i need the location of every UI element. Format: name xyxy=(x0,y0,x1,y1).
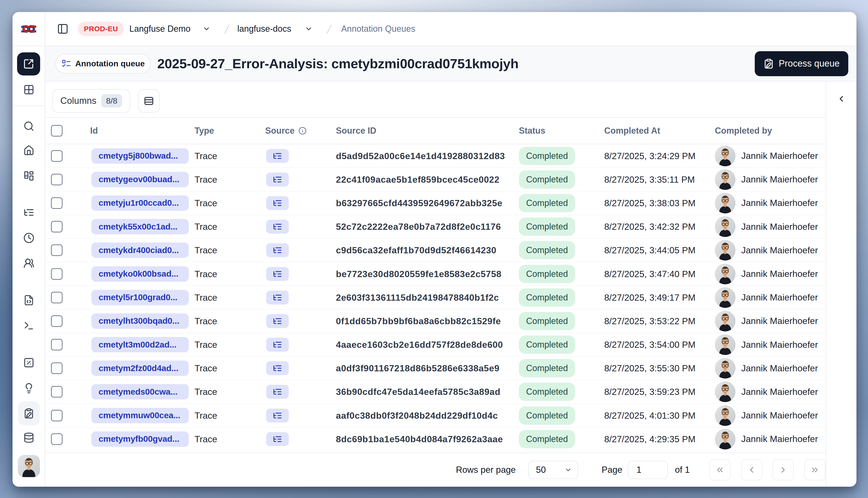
org-chevron-down-icon[interactable] xyxy=(203,25,210,33)
item-id-badge[interactable]: cmetykdr400ciad0... xyxy=(91,243,189,258)
source-trace-button[interactable] xyxy=(266,338,289,352)
insights-icon[interactable] xyxy=(23,383,34,394)
item-id-badge[interactable]: cmetyl5r100grad0... xyxy=(91,290,189,305)
table-row[interactable]: cmetyk55x00c1ad... Trace 52c72c2222ea78e… xyxy=(45,215,826,239)
source-id: 22c41f09acae5b1ef859bcec45ce0022 xyxy=(336,174,500,185)
column-header-status[interactable]: Status xyxy=(519,126,545,136)
first-page-button[interactable] xyxy=(709,459,730,481)
table-row[interactable]: cmetykdr400ciad0... Trace c9d56ca32efaff… xyxy=(45,239,826,262)
table-row[interactable]: cmetym2fz00d4ad... Trace a0df3f901167218… xyxy=(45,357,826,380)
rows-icon xyxy=(144,96,154,106)
open-in-new-button[interactable] xyxy=(17,52,40,76)
item-id-badge[interactable]: cmetylht300bqad0... xyxy=(91,313,189,329)
column-header-completed-by[interactable]: Completed by xyxy=(715,126,772,136)
completed-at: 8/27/2025, 4:01:30 PM xyxy=(604,410,695,421)
home-icon[interactable] xyxy=(23,145,34,156)
table-row[interactable]: cmetymyfb00gvad... Trace 8dc69b1ba1e540b… xyxy=(45,427,826,451)
grid-view-icon[interactable] xyxy=(23,84,34,95)
source-trace-button[interactable] xyxy=(266,267,289,281)
row-checkbox[interactable] xyxy=(51,197,63,209)
column-header-source[interactable]: Source xyxy=(265,126,307,136)
table-row[interactable]: cmetymeds00cwa... Trace 36b90cdfc47e5da1… xyxy=(45,380,826,404)
column-header-id[interactable]: Id xyxy=(90,126,98,136)
item-id-badge[interactable]: cmetyk55x00c1ad... xyxy=(91,219,189,234)
source-trace-button[interactable] xyxy=(266,409,289,422)
users-icon[interactable] xyxy=(23,258,34,269)
table-row[interactable]: cmetygeov00buad... Trace 22c41f09acae5b1… xyxy=(45,168,826,191)
row-checkbox[interactable] xyxy=(51,174,63,185)
source-id: 52c72c2222ea78e0b7a72d8f2e0c1176 xyxy=(336,222,501,232)
source-trace-button[interactable] xyxy=(266,196,289,210)
row-checkbox[interactable] xyxy=(51,245,63,256)
row-checkbox[interactable] xyxy=(51,221,63,233)
item-id-badge[interactable]: cmetylt3m00d2ad... xyxy=(91,337,189,352)
table-row[interactable]: cmetyko0k00bsad... Trace be7723e30d80205… xyxy=(45,262,826,286)
item-id-badge[interactable]: cmetyko0k00bsad... xyxy=(91,266,189,282)
completed-by-avatar xyxy=(715,287,736,308)
source-trace-button[interactable] xyxy=(266,243,289,257)
row-checkbox[interactable] xyxy=(51,268,63,280)
page-number-input[interactable]: 1 xyxy=(628,461,668,479)
columns-button[interactable]: Columns 8/8 xyxy=(52,89,130,113)
item-id-badge[interactable]: cmetyju1r00ccad0... xyxy=(91,195,189,211)
table-row[interactable]: cmetylt3m00d2ad... Trace 4aaece1603cb2e1… xyxy=(45,333,826,357)
column-header-type[interactable]: Type xyxy=(195,126,214,136)
completed-at: 8/27/2025, 3:42:32 PM xyxy=(604,222,695,232)
select-all-checkbox[interactable] xyxy=(51,125,63,136)
item-id-badge[interactable]: cmetyg5j800bwad... xyxy=(91,148,189,164)
source-trace-button[interactable] xyxy=(266,432,289,446)
user-avatar[interactable] xyxy=(18,455,40,477)
source-id: d5ad9d52a00c6e14e1d4192880312d83 xyxy=(336,151,505,161)
item-id-badge[interactable]: cmetymeds00cwa... xyxy=(91,384,189,399)
source-trace-button[interactable] xyxy=(266,149,289,163)
prompts-icon[interactable] xyxy=(23,295,34,306)
datasets-icon[interactable] xyxy=(23,432,34,443)
source-trace-button[interactable] xyxy=(266,314,289,328)
row-checkbox[interactable] xyxy=(51,150,63,162)
column-header-source-id[interactable]: Source ID xyxy=(336,126,376,136)
item-id-badge[interactable]: cmetygeov00buad... xyxy=(91,172,189,187)
row-checkbox[interactable] xyxy=(51,339,63,351)
langfuse-logo[interactable] xyxy=(13,12,45,46)
item-id-badge[interactable]: cmetym2fz00d4ad... xyxy=(91,361,189,376)
sidebar-toggle-icon[interactable] xyxy=(57,23,68,35)
source-trace-button[interactable] xyxy=(266,361,289,375)
breadcrumb-org[interactable]: Langfuse Demo xyxy=(129,24,191,34)
item-id-badge[interactable]: cmetymyfb00gvad... xyxy=(91,431,189,447)
info-icon[interactable] xyxy=(298,127,307,135)
row-checkbox[interactable] xyxy=(51,410,63,421)
dashboards-icon[interactable] xyxy=(23,170,34,182)
breadcrumb-project[interactable]: langfuse-docs xyxy=(237,24,291,34)
row-checkbox[interactable] xyxy=(51,433,63,445)
evaluators-icon[interactable] xyxy=(23,357,34,368)
previous-page-button[interactable] xyxy=(741,459,762,481)
row-checkbox[interactable] xyxy=(51,315,63,327)
row-checkbox[interactable] xyxy=(51,386,63,397)
playground-icon[interactable] xyxy=(23,320,34,331)
column-header-completed-at[interactable]: Completed At xyxy=(604,126,660,136)
table-row[interactable]: cmetymmuw00cea... Trace aaf0c38db0f3f204… xyxy=(45,404,826,427)
search-icon[interactable] xyxy=(23,121,34,132)
annotation-queue-badge-label: Annotation queue xyxy=(75,59,145,68)
table-row[interactable]: cmetyl5r100grad0... Trace 2e603f31361115… xyxy=(45,286,826,309)
row-height-button[interactable] xyxy=(138,89,160,113)
project-chevron-down-icon[interactable] xyxy=(305,25,313,33)
row-checkbox[interactable] xyxy=(51,292,63,303)
item-id-badge[interactable]: cmetymmuw00cea... xyxy=(91,408,189,423)
last-page-button[interactable] xyxy=(804,459,826,481)
tracing-icon[interactable] xyxy=(23,207,34,218)
source-trace-button[interactable] xyxy=(266,291,289,304)
sessions-icon[interactable] xyxy=(23,233,34,244)
table-row[interactable]: cmetyg5j800bwad... Trace d5ad9d52a00c6e1… xyxy=(45,144,826,168)
collapse-panel-button[interactable] xyxy=(834,92,848,105)
source-trace-button[interactable] xyxy=(266,385,289,399)
source-trace-button[interactable] xyxy=(266,173,289,186)
rows-per-page-select[interactable]: 50 xyxy=(528,461,578,479)
source-trace-button[interactable] xyxy=(266,220,289,234)
row-checkbox[interactable] xyxy=(51,363,63,374)
next-page-button[interactable] xyxy=(773,459,794,481)
annotation-queues-icon[interactable] xyxy=(23,408,34,419)
table-row[interactable]: cmetyju1r00ccad0... Trace b63297665cfd44… xyxy=(45,191,826,215)
table-row[interactable]: cmetylht300bqad0... Trace 0f1dd65b7bb9bf… xyxy=(45,309,826,333)
process-queue-button[interactable]: Process queue xyxy=(755,51,848,76)
